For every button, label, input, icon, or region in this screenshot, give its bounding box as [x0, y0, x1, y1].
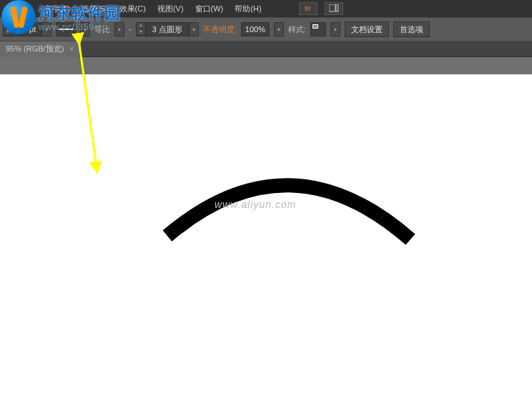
- arrange-icon[interactable]: [325, 2, 343, 15]
- canvas[interactable]: www.aliyun.com: [0, 57, 532, 411]
- stroke-weight-input[interactable]: 20 pt: [13, 22, 41, 36]
- close-icon[interactable]: ×: [69, 45, 74, 53]
- menu-view[interactable]: 视图(V): [154, 2, 187, 16]
- style-label: 样式:: [288, 24, 306, 35]
- spinner-icon[interactable]: ▲▼: [3, 22, 13, 36]
- menu-select[interactable]: 选择(S): [79, 2, 111, 16]
- document-setup-button[interactable]: 文档设置: [345, 21, 389, 37]
- chevron-down-icon[interactable]: ▼: [114, 22, 124, 36]
- menu-text[interactable]: 文字(T): [41, 2, 73, 16]
- spinner-icon[interactable]: ▲▼: [136, 22, 146, 36]
- style-swatch[interactable]: [310, 22, 326, 36]
- svg-rect-1: [336, 4, 338, 11]
- preferences-button[interactable]: 首选项: [393, 21, 430, 37]
- chevron-down-icon[interactable]: ▼: [80, 22, 90, 36]
- menu-help[interactable]: 帮助(H): [232, 2, 264, 16]
- chevron-down-icon[interactable]: ▼: [274, 22, 284, 36]
- bridge-icon[interactable]: Br: [299, 2, 317, 15]
- brush-control[interactable]: ▲▼ 3 点圆形 ▼: [136, 22, 199, 36]
- svg-rect-0: [329, 4, 335, 11]
- opacity-input[interactable]: 100%: [241, 22, 270, 36]
- menu-effect[interactable]: 效果(C): [117, 2, 149, 16]
- menu-window[interactable]: 窗口(W): [192, 2, 227, 16]
- document-tab[interactable]: 95% (RGB/预览) ×: [0, 41, 80, 57]
- chevron-down-icon[interactable]: ▼: [41, 22, 51, 36]
- chevron-down-icon[interactable]: ▼: [189, 22, 199, 36]
- menu-bar: 对象(O) 文字(T) 选择(S) 效果(C) 视图(V) 窗口(W) 帮助(H…: [0, 0, 532, 17]
- brush-name[interactable]: 3 点圆形: [146, 22, 189, 36]
- tab-title: 95% (RGB/预览): [6, 44, 64, 54]
- stroke-profile[interactable]: [56, 22, 76, 36]
- scale-label: 等比: [94, 24, 110, 35]
- options-bar: ▲▼ 20 pt ▼ ▼ 等比 ▼ • ▲▼ 3 点圆形 ▼ 不透明度: 100…: [0, 17, 532, 41]
- chevron-down-icon[interactable]: ▼: [330, 22, 340, 36]
- menu-object[interactable]: 对象(O): [3, 2, 36, 16]
- opacity-label: 不透明度:: [203, 24, 237, 35]
- tab-bar: 95% (RGB/预览) ×: [0, 41, 532, 57]
- stroke-weight-control[interactable]: ▲▼ 20 pt ▼: [3, 22, 51, 36]
- curve-path[interactable]: [0, 57, 532, 411]
